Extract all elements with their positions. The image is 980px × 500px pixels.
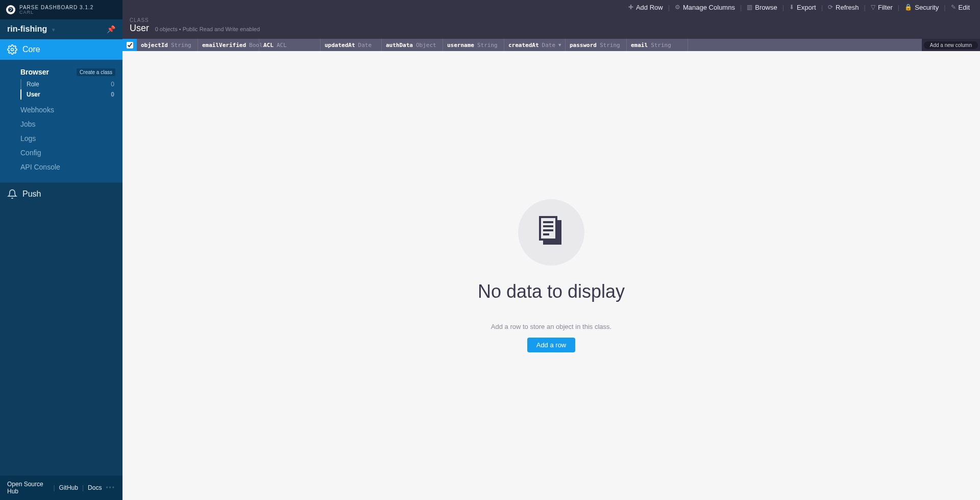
browse-button[interactable]: ▥Browse [742,4,782,11]
column-name: objectId [141,42,168,49]
nav-core-label: Core [22,45,40,54]
brand-title: PARSE DASHBOARD 3.1.2 [19,5,93,10]
create-class-button[interactable]: Create a class [77,68,115,76]
nav-config[interactable]: Config [0,146,122,160]
class-item-name: User [27,91,40,98]
export-icon: ⬇ [789,4,794,11]
security-button[interactable]: 🔒Security [899,4,944,11]
nav-webhooks[interactable]: Webhooks [0,103,122,117]
class-header: CLASS User 0 objects • Public Read and W… [122,14,980,39]
push-icon [7,189,17,199]
edit-icon: ✎ [951,4,956,11]
main: ✚Add Row | ⚙Manage Columns | ▥Browse | ⬇… [122,0,980,500]
filter-icon: ▽ [871,4,875,11]
nav-logs[interactable]: Logs [0,131,122,146]
column-type: Date [542,42,556,49]
tb-label: Filter [878,4,893,11]
footer-opensource-link[interactable]: Open Source Hub [7,481,49,495]
browse-icon: ▥ [747,4,752,11]
nav-push-label: Push [22,189,41,199]
core-icon [7,44,17,55]
nav-push[interactable]: Push [0,182,122,205]
svg-rect-7 [543,233,549,235]
column-type: String [171,42,191,49]
nav-core[interactable]: Core [0,39,122,60]
tb-label: Manage Columns [683,4,735,11]
column-header-ACL[interactable]: ACLACL [259,39,321,51]
export-button[interactable]: ⬇Export [784,4,821,11]
class-item-name: Role [27,81,39,88]
chevron-down-icon: ▼ [51,27,56,33]
parse-logo-icon [6,5,15,14]
app-switcher[interactable]: rin-fishing ▼ 📌 [0,19,122,39]
class-label: CLASS [130,17,973,23]
column-header-username[interactable]: usernameString [443,39,504,51]
manage-columns-button[interactable]: ⚙Manage Columns [670,4,740,11]
column-name: emailVerified [202,42,246,49]
brand: PARSE DASHBOARD 3.1.2 CARL [0,0,122,19]
empty-icon [518,199,584,266]
pin-icon[interactable]: 📌 [107,25,115,33]
sidebar-footer: Open Source Hub | GitHub | Docs ••• [0,475,122,500]
tb-label: Security [915,4,939,11]
column-name: updatedAt [325,42,355,49]
edit-button[interactable]: ✎Edit [946,4,975,11]
empty-subtitle: Add a row to store an object in this cla… [491,323,611,330]
tb-label: Add Row [636,4,663,11]
column-header-emailVerified[interactable]: emailVerifiedBool… [198,39,259,51]
class-item-count: 0 [111,91,114,98]
class-title: User [130,23,149,34]
column-name: authData [386,42,413,49]
svg-rect-5 [543,225,553,227]
select-all-checkbox[interactable] [122,39,137,51]
lock-icon: 🔒 [904,4,912,11]
column-type: Date [358,42,372,49]
sort-desc-icon: ▼ [558,42,561,47]
toolbar: ✚Add Row | ⚙Manage Columns | ▥Browse | ⬇… [122,0,980,51]
column-type: String [651,42,671,49]
plus-icon: ✚ [628,4,633,11]
refresh-icon: ⟳ [828,4,833,11]
subnav-browser: Browser Create a class Role 0 User 0 Web… [0,60,122,182]
nav-jobs[interactable]: Jobs [0,117,122,131]
empty-title: No data to display [478,281,625,302]
sidebar: PARSE DASHBOARD 3.1.2 CARL rin-fishing ▼… [0,0,122,500]
column-name: username [447,42,474,49]
class-item-user[interactable]: User 0 [20,89,122,100]
footer-github-link[interactable]: GitHub [59,484,78,491]
add-row-empty-button[interactable]: Add a row [527,338,576,352]
svg-rect-6 [543,229,553,231]
column-header-createdAt[interactable]: createdAtDate▼ [504,39,566,51]
column-type: String [477,42,498,49]
add-column-button[interactable]: Add a new column [924,41,978,49]
class-meta: 0 objects • Public Read and Write enable… [155,26,260,32]
add-column-area: Add a new column [922,39,980,51]
column-header-authData[interactable]: authDataObject [382,39,443,51]
nav-api-console[interactable]: API Console [0,160,122,174]
tb-label: Browse [755,4,777,11]
browser-title: Browser [20,68,49,76]
app-name: rin-fishing [7,25,47,33]
column-header-password[interactable]: passwordString [566,39,627,51]
column-name: password [570,42,597,49]
column-header-updatedAt[interactable]: updatedAtDate [321,39,382,51]
column-type: String [600,42,620,49]
column-name: email [631,42,648,49]
footer-docs-link[interactable]: Docs [88,484,102,491]
gear-icon: ⚙ [675,4,680,11]
footer-more-icon[interactable]: ••• [106,484,115,491]
column-header-email[interactable]: emailString [627,39,688,51]
class-list: Role 0 User 0 [0,79,122,100]
class-item-count: 0 [111,81,114,88]
empty-state: No data to display Add a row to store an… [122,51,980,500]
column-name: createdAt [508,42,539,49]
brand-subtitle: CARL [19,10,93,15]
refresh-button[interactable]: ⟳Refresh [823,4,864,11]
column-type: ACL [277,42,287,49]
add-row-button[interactable]: ✚Add Row [623,4,668,11]
filter-button[interactable]: ▽Filter [866,4,898,11]
svg-rect-4 [543,221,553,223]
class-item-role[interactable]: Role 0 [20,79,122,89]
column-header-objectId[interactable]: objectIdString [137,39,198,51]
column-headers: objectIdStringemailVerifiedBool…ACLACLup… [122,39,980,51]
